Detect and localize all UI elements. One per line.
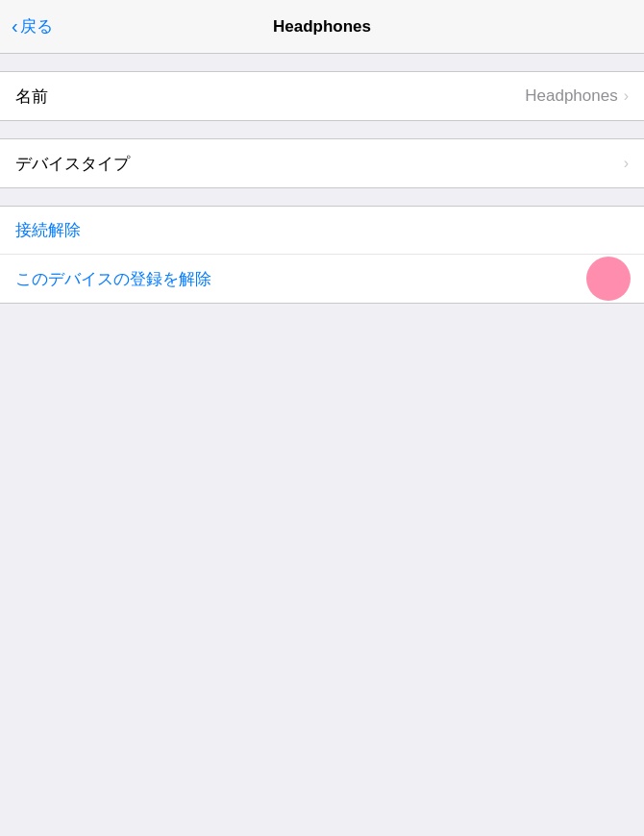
- top-spacer: [0, 54, 644, 71]
- name-chevron-icon: ›: [624, 87, 629, 105]
- navigation-bar: ‹ 戻る Headphones: [0, 0, 644, 54]
- back-button[interactable]: ‹ 戻る: [12, 15, 53, 37]
- device-type-label: デバイスタイプ: [15, 153, 130, 175]
- name-value: Headphones: [525, 86, 617, 106]
- disconnect-label: 接続解除: [15, 219, 81, 241]
- name-label: 名前: [15, 86, 48, 108]
- unregister-row[interactable]: このデバイスの登録を解除: [0, 255, 644, 303]
- device-type-value-container: ›: [618, 155, 629, 172]
- spacer-3: [0, 188, 644, 206]
- back-chevron-icon: ‹: [12, 15, 18, 37]
- disconnect-row[interactable]: 接続解除: [0, 207, 644, 255]
- content-area: 名前 Headphones › デバイスタイプ › 接続解除 このデバイスの登録…: [0, 54, 644, 765]
- spacer-2: [0, 121, 644, 138]
- back-label: 戻る: [20, 15, 53, 37]
- unregister-label: このデバイスの登録を解除: [15, 268, 211, 290]
- name-value-container: Headphones ›: [525, 86, 629, 106]
- name-row[interactable]: 名前 Headphones ›: [0, 72, 644, 120]
- cursor-indicator: [586, 257, 631, 301]
- device-type-row[interactable]: デバイスタイプ ›: [0, 139, 644, 187]
- actions-section: 接続解除 このデバイスの登録を解除: [0, 206, 644, 304]
- bottom-spacer: [0, 304, 644, 765]
- device-type-section: デバイスタイプ ›: [0, 138, 644, 188]
- device-type-chevron-icon: ›: [624, 155, 629, 172]
- name-section: 名前 Headphones ›: [0, 71, 644, 121]
- page-title: Headphones: [273, 17, 371, 37]
